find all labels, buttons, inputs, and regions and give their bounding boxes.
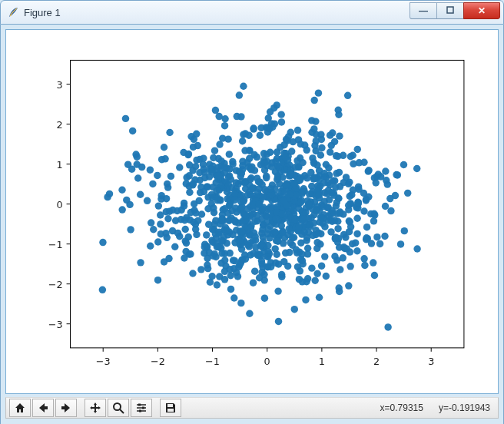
svg-point-268: [161, 144, 167, 151]
svg-point-424: [192, 163, 199, 170]
svg-point-873: [210, 253, 217, 260]
svg-point-614: [164, 184, 171, 190]
svg-point-183: [353, 215, 360, 222]
svg-point-927: [347, 153, 354, 160]
svg-point-692: [210, 204, 217, 211]
pan-button[interactable]: [85, 399, 106, 417]
svg-point-921: [158, 230, 164, 237]
figure-canvas[interactable]: −3−2−10123−3−2−10123: [5, 29, 499, 394]
svg-point-909: [258, 230, 265, 237]
svg-point-778: [127, 226, 134, 233]
svg-point-813: [279, 229, 286, 236]
svg-point-945: [371, 272, 378, 279]
svg-point-438: [250, 124, 257, 131]
minimize-button[interactable]: —: [410, 2, 437, 19]
svg-point-951: [332, 234, 339, 240]
svg-text:−3: −3: [96, 356, 111, 367]
svg-point-597: [363, 224, 370, 230]
svg-point-379: [191, 200, 197, 207]
maximize-button[interactable]: [436, 2, 464, 19]
svg-point-508: [251, 217, 258, 224]
svg-rect-1039: [167, 404, 173, 407]
svg-point-661: [260, 277, 267, 283]
svg-point-1005: [331, 253, 338, 260]
svg-point-1021: [318, 214, 325, 221]
svg-point-363: [154, 238, 161, 245]
svg-point-1027: [186, 172, 193, 179]
svg-point-742: [218, 250, 225, 257]
svg-rect-1036: [142, 407, 144, 409]
save-button[interactable]: [160, 399, 181, 417]
svg-point-892: [252, 233, 259, 240]
svg-point-404: [344, 92, 351, 99]
svg-point-821: [340, 254, 346, 261]
svg-point-1016: [231, 217, 238, 224]
svg-point-942: [350, 161, 356, 167]
close-button[interactable]: ✕: [463, 2, 500, 19]
svg-text:2: 2: [373, 356, 380, 367]
svg-point-1022: [290, 180, 297, 187]
svg-text:2: 2: [56, 119, 62, 131]
home-button[interactable]: [9, 399, 31, 417]
configure-button[interactable]: [131, 399, 152, 417]
svg-point-966: [236, 237, 243, 244]
svg-point-579: [192, 226, 199, 233]
svg-point-598: [147, 243, 154, 250]
svg-point-1030: [251, 167, 258, 174]
svg-point-893: [277, 111, 284, 118]
scatter-plot: −3−2−10123−3−2−10123: [6, 30, 498, 393]
svg-point-549: [400, 161, 407, 168]
maximize-icon: [446, 6, 454, 15]
svg-point-835: [193, 157, 200, 164]
svg-point-122: [360, 207, 367, 214]
svg-point-830: [137, 191, 144, 198]
svg-point-682: [197, 184, 204, 190]
svg-point-950: [311, 142, 318, 149]
svg-point-539: [138, 164, 145, 171]
home-icon: [14, 402, 26, 414]
svg-point-164: [376, 240, 383, 247]
svg-point-1023: [106, 190, 113, 197]
svg-point-991: [237, 192, 244, 199]
svg-point-1013: [221, 205, 228, 212]
svg-point-702: [157, 220, 164, 227]
forward-button[interactable]: [55, 399, 77, 417]
client-area: −3−2−10123−3−2−10123: [0, 25, 504, 424]
svg-point-1018: [355, 199, 362, 206]
move-icon: [89, 402, 101, 414]
svg-point-558: [298, 230, 305, 237]
svg-point-1000: [293, 246, 300, 253]
coord-y: y=-0.191943: [439, 402, 490, 413]
svg-text:3: 3: [56, 79, 62, 91]
svg-point-1028: [283, 181, 290, 187]
svg-point-782: [313, 270, 320, 277]
svg-point-802: [346, 263, 353, 270]
svg-point-818: [194, 142, 201, 149]
svg-point-753: [363, 236, 370, 243]
svg-point-998: [267, 204, 274, 210]
svg-point-1010: [384, 323, 391, 330]
svg-point-123: [304, 250, 311, 257]
svg-point-983: [290, 234, 297, 241]
zoom-button[interactable]: [108, 399, 129, 417]
tk-feather-icon: [7, 6, 19, 18]
svg-point-373: [293, 157, 300, 164]
svg-text:−1: −1: [48, 239, 63, 250]
svg-point-593: [274, 287, 281, 294]
svg-point-866: [353, 230, 360, 237]
svg-point-284: [148, 219, 154, 226]
svg-point-972: [382, 203, 389, 210]
svg-point-317: [370, 259, 376, 266]
svg-point-700: [185, 151, 192, 157]
svg-point-858: [214, 243, 220, 250]
svg-point-444: [303, 147, 310, 154]
svg-point-973: [355, 186, 362, 193]
svg-point-528: [370, 217, 377, 224]
window-controls: — ✕: [410, 2, 500, 19]
svg-point-134: [166, 129, 173, 136]
svg-point-651: [404, 190, 411, 197]
svg-point-959: [181, 217, 188, 224]
back-button[interactable]: [32, 399, 54, 417]
svg-point-1004: [346, 217, 353, 224]
svg-point-1019: [174, 207, 181, 214]
